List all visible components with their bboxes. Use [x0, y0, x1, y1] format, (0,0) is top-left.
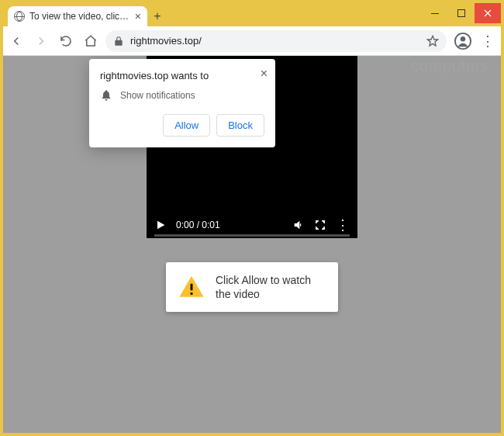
address-bar[interactable]: rightmovies.top/ [105, 30, 447, 52]
minimize-button[interactable] [422, 3, 448, 23]
back-icon[interactable] [9, 34, 23, 48]
reload-icon[interactable] [59, 34, 73, 48]
allow-button[interactable]: Allow [163, 114, 210, 137]
lock-icon [113, 36, 124, 47]
svg-point-1 [461, 36, 465, 41]
fullscreen-icon[interactable] [314, 219, 326, 231]
window-controls [422, 3, 501, 26]
window-close-button[interactable] [475, 3, 501, 23]
toolbar: rightmovies.top/ ⋮ [3, 26, 501, 56]
watermark: computips [411, 57, 488, 75]
video-controls: 0:00 / 0:01 ⋮ [154, 218, 350, 232]
popup-close-icon[interactable]: × [261, 67, 268, 81]
popup-header: rightmovies.top wants to [100, 70, 264, 81]
video-time: 0:00 / 0:01 [176, 220, 220, 230]
forward-icon[interactable] [34, 34, 48, 48]
tab-title: To view the video, click the Allow [29, 11, 130, 22]
warning-icon [178, 274, 205, 300]
video-menu-icon[interactable]: ⋮ [336, 218, 350, 232]
svg-rect-3 [191, 284, 193, 291]
home-icon[interactable] [84, 34, 98, 48]
play-icon[interactable] [154, 219, 167, 231]
profile-icon[interactable] [454, 33, 471, 50]
browser-window: To view the video, click the Allow × + r… [3, 3, 501, 433]
titlebar: To view the video, click the Allow × + [3, 3, 501, 26]
notification-permission-popup: × rightmovies.top wants to Show notifica… [89, 59, 275, 147]
volume-icon[interactable] [292, 219, 305, 231]
new-tab-button[interactable]: + [147, 6, 167, 26]
permission-request-text: Show notifications [120, 90, 195, 101]
url-text: rightmovies.top/ [130, 35, 420, 47]
svg-rect-4 [191, 292, 193, 295]
bell-icon [100, 89, 112, 102]
browser-tab[interactable]: To view the video, click the Allow × [8, 6, 147, 26]
message-card: Click Allow to watch the video [166, 262, 338, 312]
block-button[interactable]: Block [216, 114, 264, 137]
menu-icon[interactable]: ⋮ [481, 33, 495, 50]
video-progress[interactable] [154, 234, 350, 237]
maximize-button[interactable] [448, 3, 475, 23]
globe-icon [14, 11, 25, 22]
star-icon[interactable] [426, 35, 439, 47]
page-viewport: computips 0:00 / 0:01 ⋮ Click Allow to w… [3, 56, 501, 433]
tab-close-icon[interactable]: × [135, 10, 141, 22]
message-text: Click Allow to watch the video [216, 273, 326, 301]
